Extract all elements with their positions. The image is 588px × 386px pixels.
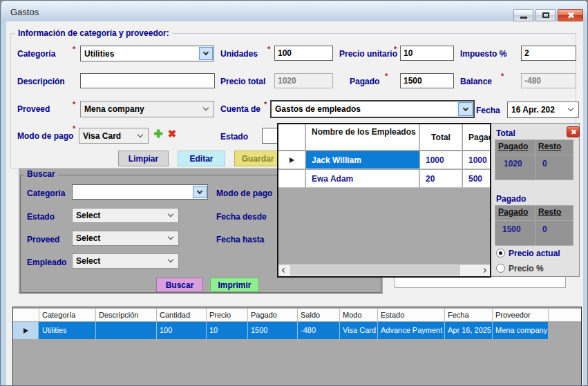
buscar-categoria-combo[interactable] xyxy=(72,184,208,200)
proveedor-required-marker: * xyxy=(73,100,75,108)
col-header-estado[interactable]: Estado xyxy=(381,311,404,319)
editar-button[interactable]: Editar xyxy=(178,151,225,166)
col-header-modo[interactable]: Modo xyxy=(343,311,362,319)
grid-cell-total[interactable]: 20 xyxy=(420,170,462,188)
unidades-field[interactable] xyxy=(274,46,333,61)
buscar-estado-combo[interactable]: Select xyxy=(72,208,179,223)
modo-pago-combo-value: Visa Card xyxy=(79,131,148,141)
modo-pago-combo[interactable]: Visa Card xyxy=(79,128,149,144)
popup-close-button[interactable] xyxy=(567,126,580,137)
delete-payment-mode-button[interactable]: ✖ xyxy=(167,128,178,139)
categoria-combo[interactable]: Utilities xyxy=(80,46,214,61)
precio-percent-label: Precio % xyxy=(509,264,544,273)
cuenta-combo[interactable]: Gastos de empleados xyxy=(270,100,475,118)
grid-cell-pagado[interactable]: 500 xyxy=(463,170,490,188)
precio-percent-radio[interactable] xyxy=(496,264,505,273)
chevron-left-icon xyxy=(282,268,287,273)
fecha-datepicker[interactable]: 16 Apr. 202 xyxy=(507,102,579,118)
maximize-button[interactable] xyxy=(535,9,556,21)
proveedor-combo[interactable]: Mena company xyxy=(80,101,214,117)
col-header-proveedor[interactable]: Proveedor xyxy=(495,311,531,319)
grid-cell-pagado[interactable]: 1000 xyxy=(463,151,490,169)
precio-unitario-required-marker: * xyxy=(394,45,397,53)
cuenta-required-marker: * xyxy=(264,100,267,108)
imprimir-button[interactable]: Imprimir xyxy=(210,278,259,292)
precio-total-label: Precio total xyxy=(220,77,265,86)
title-bar[interactable]: Gastos xyxy=(1,1,588,21)
minimize-button[interactable] xyxy=(513,9,533,21)
cell-precio[interactable]: 10 xyxy=(209,326,218,334)
col-header-precio[interactable]: Precio xyxy=(209,311,231,319)
col-header-descripcion[interactable]: Descripción xyxy=(99,311,138,319)
close-button[interactable] xyxy=(558,9,583,21)
col-header-saldo[interactable]: Saldo xyxy=(301,311,320,319)
precio-unitario-label: Precio unitario xyxy=(339,49,397,59)
row-selector-cell[interactable] xyxy=(278,170,305,188)
cell-saldo[interactable]: -480 xyxy=(301,326,316,334)
categoria-dropdown-button[interactable] xyxy=(199,47,213,60)
categoria-combo-value: Utilities xyxy=(81,49,214,59)
precio-unitario-field[interactable] xyxy=(400,46,454,61)
buscar-button[interactable]: Buscar xyxy=(156,278,203,292)
descripcion-label: Descripción xyxy=(17,77,65,86)
expenses-grid: Categoría Descripción Cantidad Precio Pa… xyxy=(12,307,582,386)
col-header-fecha[interactable]: Fecha xyxy=(448,311,469,319)
table-row[interactable]: Utilities 100 10 1500 -480 Visa Card Adv… xyxy=(39,322,548,339)
cell-pagado[interactable]: 1500 xyxy=(251,326,267,334)
impuesto-field[interactable] xyxy=(521,46,576,61)
buscar-fecha-desde-label: Fecha desde xyxy=(216,212,267,222)
guardar-button[interactable]: Guardar xyxy=(234,151,281,166)
cuenta-label: Cuenta de xyxy=(220,104,260,114)
obscured-textbox[interactable] xyxy=(395,276,566,288)
pagado-resto-header: Resto xyxy=(538,207,561,217)
col-header-cantidad[interactable]: Cantidad xyxy=(160,311,190,319)
chevron-down-icon xyxy=(462,105,468,110)
empleados-grid: Nombre de los Empleados Total Pagad Jack… xyxy=(277,123,491,278)
buscar-fecha-hasta-label: Fecha hasta xyxy=(216,235,264,244)
scroll-right-button[interactable] xyxy=(478,264,490,276)
impuesto-label: Impuesto % xyxy=(460,49,506,59)
buscar-proveedor-combo[interactable]: Select xyxy=(72,231,179,246)
horizontal-scrollbar[interactable] xyxy=(278,264,490,276)
pagado-pagado-header: Pagado xyxy=(498,207,528,217)
row-selector-cell[interactable] xyxy=(278,151,305,169)
buscar-group-title: Buscar xyxy=(24,169,58,179)
categoria-required-marker: * xyxy=(73,45,75,53)
cell-estado[interactable]: Advance Payment xyxy=(381,326,442,334)
buscar-estado-value: Select xyxy=(73,211,178,220)
descripcion-field[interactable] xyxy=(80,73,215,88)
col-header-categoria[interactable]: Categoría xyxy=(42,311,75,319)
info-group-title: Información de categoría y proveedor: xyxy=(15,28,172,38)
precio-total-field xyxy=(274,73,333,88)
col-header-pagado[interactable]: Pagado xyxy=(251,311,277,319)
minimize-icon xyxy=(520,17,527,19)
scroll-left-button[interactable] xyxy=(278,264,290,276)
close-icon xyxy=(570,128,577,135)
buscar-empleado-combo[interactable]: Select xyxy=(72,253,179,269)
modo-pago-required-marker: * xyxy=(73,124,75,133)
add-payment-mode-button[interactable]: ✚ xyxy=(153,128,164,139)
buscar-categoria-dropdown-button[interactable] xyxy=(193,186,207,198)
buscar-empleado-value: Select xyxy=(73,256,178,266)
row-selector-cell[interactable] xyxy=(13,322,39,339)
cuenta-dropdown-button[interactable] xyxy=(458,102,473,116)
fecha-label: Fecha xyxy=(476,106,500,115)
row-pointer-icon xyxy=(290,157,294,163)
cell-categoria[interactable]: Utilities xyxy=(42,326,66,334)
grid-cell-name[interactable]: Jack William xyxy=(306,151,419,169)
fecha-value: 16 Apr. 202 xyxy=(508,105,578,115)
cell-cantidad[interactable]: 100 xyxy=(160,326,172,334)
precio-actual-radio[interactable] xyxy=(496,249,505,258)
cell-modo[interactable]: Visa Card xyxy=(343,326,376,334)
grid-header-total[interactable]: Total xyxy=(420,124,462,151)
cell-proveedor[interactable]: Mena company xyxy=(495,326,547,334)
proveedor-label: Proveed xyxy=(17,104,50,114)
grid-header-pagado[interactable]: Pagad xyxy=(463,124,490,151)
grid-cell-total[interactable]: 1000 xyxy=(420,151,462,169)
scrollbar-thumb[interactable] xyxy=(290,265,460,276)
pagado-field[interactable] xyxy=(400,73,454,88)
cell-fecha[interactable]: Apr 16, 2025 xyxy=(448,326,491,334)
grid-cell-name[interactable]: Ewa Adam xyxy=(306,170,419,188)
grid-header-nombre[interactable]: Nombre de los Empleados xyxy=(306,124,419,151)
limpiar-button[interactable]: Limpiar xyxy=(118,151,169,166)
